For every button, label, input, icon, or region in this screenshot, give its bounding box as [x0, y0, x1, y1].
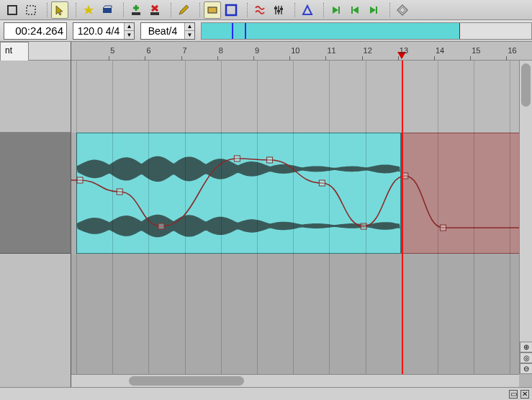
- status-btn-2[interactable]: ✕: [520, 390, 529, 399]
- ruler-tick: 11: [327, 46, 335, 55]
- clip-tool-icon[interactable]: [99, 1, 116, 19]
- post-region[interactable]: [401, 133, 519, 254]
- marker-blue-1[interactable]: [232, 23, 233, 39]
- gridline: [510, 61, 510, 374]
- svg-rect-4: [150, 12, 159, 15]
- gridline: [76, 61, 77, 374]
- twist-icon[interactable]: [251, 1, 269, 19]
- horizontal-scrollbar[interactable]: [71, 374, 519, 387]
- svg-rect-8: [277, 10, 280, 12]
- tempo-field[interactable]: [73, 25, 124, 37]
- svg-rect-5: [208, 7, 217, 13]
- audio-clip[interactable]: [76, 133, 401, 254]
- gridline: [221, 61, 222, 374]
- tune-icon[interactable]: [270, 1, 287, 19]
- svg-rect-2: [103, 8, 112, 13]
- svg-rect-7: [274, 7, 277, 9]
- svg-rect-9: [280, 8, 283, 10]
- select-rect-icon[interactable]: [4, 1, 21, 19]
- gridline: [329, 61, 330, 374]
- audio-track-header[interactable]: [0, 133, 71, 254]
- ruler-tick: 7: [183, 46, 187, 55]
- gridline: [148, 61, 149, 374]
- snap-field[interactable]: [141, 25, 184, 37]
- svg-rect-11: [351, 6, 353, 14]
- track-header-tabs: nt: [0, 42, 71, 61]
- vertical-scrollbar[interactable]: ⊕ ◎ ⊖: [519, 61, 532, 374]
- tempo-signature[interactable]: ▲▼: [73, 22, 135, 40]
- svg-rect-1: [27, 6, 35, 14]
- ruler-tick: 14: [436, 46, 444, 55]
- ruler-tick: 8: [219, 46, 223, 55]
- snap-spin[interactable]: ▲▼: [184, 23, 194, 39]
- transport-bar: 00:24.264 ▲▼ ▲▼: [0, 20, 532, 42]
- time-display[interactable]: 00:24.264: [4, 22, 67, 40]
- ruler-tick: 6: [146, 46, 150, 55]
- track-tab[interactable]: nt: [0, 42, 29, 61]
- gridline: [185, 61, 186, 374]
- add-icon[interactable]: [127, 1, 145, 19]
- svg-rect-3: [132, 12, 140, 15]
- svg-rect-12: [376, 6, 377, 14]
- metronome-icon[interactable]: [299, 1, 316, 19]
- track-header-spacer: [0, 61, 71, 133]
- gridline: [293, 61, 294, 374]
- gridline: [438, 61, 438, 374]
- ruler-tick: 9: [255, 46, 259, 55]
- gridline: [366, 61, 366, 374]
- select-dotted-icon[interactable]: [22, 1, 40, 19]
- time-ruler[interactable]: 5678910111213141516: [71, 42, 532, 61]
- cursor-icon[interactable]: [51, 1, 68, 19]
- pencil-icon[interactable]: [175, 1, 192, 19]
- toolbar: [0, 0, 532, 20]
- gridline: [474, 61, 474, 374]
- audio-lane[interactable]: [71, 133, 519, 254]
- tracks-area[interactable]: [71, 61, 519, 374]
- delete-icon[interactable]: [146, 1, 163, 19]
- frame-icon[interactable]: [222, 1, 240, 19]
- zoom-out-v-icon[interactable]: ⊖: [520, 363, 532, 374]
- zoom-in-v-icon[interactable]: ⊕: [520, 342, 532, 352]
- ruler-tick: 5: [110, 46, 114, 55]
- marker-region: [202, 23, 459, 39]
- marker-red[interactable]: [459, 23, 460, 39]
- ruler-tick: 15: [472, 46, 480, 55]
- marker-blue-2[interactable]: [245, 23, 246, 39]
- diamond-icon[interactable]: [394, 1, 411, 19]
- svg-rect-10: [338, 6, 340, 14]
- canvas: 5678910111213141516 ⊕ ◎ ⊖: [71, 42, 532, 387]
- eraser-icon[interactable]: [204, 1, 221, 19]
- gridline: [257, 61, 258, 374]
- spacer-lane-1: [71, 61, 519, 133]
- status-btn-1[interactable]: ▭: [509, 390, 518, 399]
- vscroll-thumb[interactable]: [521, 63, 531, 107]
- hscroll-thumb[interactable]: [129, 376, 244, 386]
- waveform: [77, 133, 400, 253]
- ruler-tick: 16: [508, 46, 516, 55]
- spacer-lane-2: [71, 254, 519, 374]
- play-fwd-icon[interactable]: [365, 1, 382, 19]
- svg-rect-6: [226, 5, 236, 15]
- ruler-tick: 12: [364, 46, 372, 55]
- skip-fwd-icon[interactable]: [328, 1, 345, 19]
- playhead[interactable]: [402, 61, 403, 374]
- svg-rect-0: [8, 6, 17, 14]
- ruler-tick: 10: [291, 46, 299, 55]
- status-bar: ▭ ✕: [0, 387, 532, 400]
- track-header-column: nt: [0, 42, 71, 387]
- snap-select[interactable]: ▲▼: [140, 22, 195, 40]
- skip-back-icon[interactable]: [346, 1, 364, 19]
- tempo-spin[interactable]: ▲▼: [124, 23, 134, 39]
- gridline: [112, 61, 113, 374]
- spark-icon[interactable]: [80, 1, 97, 19]
- marker-lane[interactable]: [201, 22, 532, 40]
- ruler-tick: 13: [400, 46, 408, 55]
- editor-area: nt 5678910111213141516 ⊕ ◎: [0, 42, 532, 387]
- zoom-reset-v-icon[interactable]: ◎: [520, 352, 532, 363]
